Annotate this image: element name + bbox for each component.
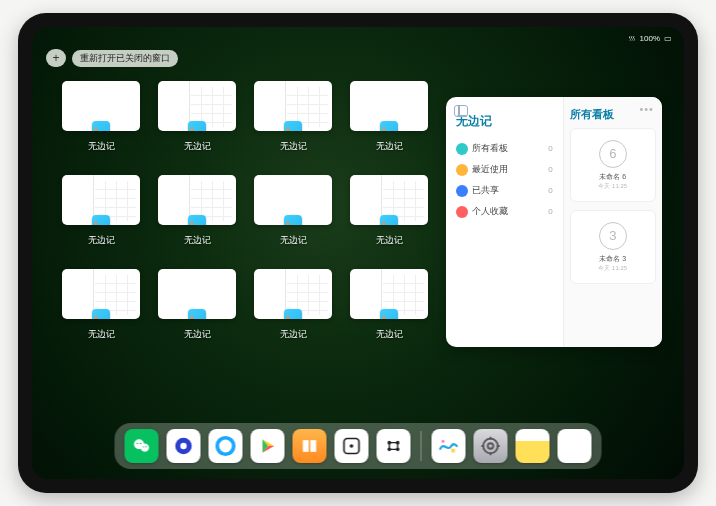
window-thumbnail[interactable]	[254, 175, 332, 225]
window-thumbnail[interactable]	[62, 269, 140, 319]
window-thumbnail[interactable]	[158, 81, 236, 131]
svg-point-3	[140, 443, 142, 445]
dock-quark-icon[interactable]	[167, 429, 201, 463]
dock-wechat-icon[interactable]	[125, 429, 159, 463]
sidebar-item[interactable]: 个人收藏0	[454, 201, 555, 222]
svg-point-4	[143, 446, 144, 447]
window-thumbnail[interactable]	[62, 175, 140, 225]
svg-point-5	[145, 446, 146, 447]
sidebar-item-count: 0	[548, 207, 552, 216]
svg-point-2	[137, 443, 139, 445]
wifi-icon: ᯾	[628, 34, 636, 43]
app-window[interactable]: 无边记	[254, 175, 332, 247]
dock-freeform-icon[interactable]	[432, 429, 466, 463]
app-window[interactable]: 无边记	[62, 269, 140, 341]
sidebar-item-label: 最近使用	[472, 163, 508, 176]
app-window[interactable]: 无边记	[158, 175, 236, 247]
battery-label: 100%	[640, 34, 660, 43]
svg-point-7	[180, 443, 186, 449]
sidebar-item[interactable]: 已共享0	[454, 180, 555, 201]
freeform-app-icon	[380, 121, 398, 131]
freeform-app-icon	[284, 309, 302, 319]
svg-rect-16	[451, 449, 455, 453]
svg-point-15	[442, 440, 445, 443]
category-icon	[456, 206, 468, 218]
category-icon	[456, 143, 468, 155]
window-label: 无边记	[88, 328, 115, 341]
dock-notes-icon[interactable]	[516, 429, 550, 463]
dock-die-icon[interactable]	[335, 429, 369, 463]
app-window[interactable]: 无边记	[62, 175, 140, 247]
sidebar-toggle-icon[interactable]	[454, 105, 468, 117]
freeform-app-icon	[284, 215, 302, 225]
window-thumbnail[interactable]	[350, 269, 428, 319]
board-preview: 3	[599, 222, 627, 250]
board-preview: 6	[599, 140, 627, 168]
svg-point-8	[217, 438, 234, 455]
new-window-button[interactable]: +	[46, 49, 66, 67]
app-window[interactable]: 无边记	[62, 81, 140, 153]
window-label: 无边记	[376, 328, 403, 341]
app-window[interactable]: 无边记	[158, 81, 236, 153]
app-window[interactable]: 无边记	[254, 81, 332, 153]
board-thumbnail[interactable]: 6未命名 6今天 11:25	[570, 128, 656, 202]
freeform-app-icon	[92, 309, 110, 319]
window-label: 无边记	[88, 234, 115, 247]
category-icon	[456, 185, 468, 197]
window-label: 无边记	[376, 234, 403, 247]
category-icon	[456, 164, 468, 176]
app-window[interactable]: 无边记	[350, 269, 428, 341]
window-thumbnail[interactable]	[62, 81, 140, 131]
dock-recent-apps-icon[interactable]	[558, 429, 592, 463]
dock-qqbrowser-icon[interactable]	[209, 429, 243, 463]
app-window[interactable]: 无边记	[254, 269, 332, 341]
app-window[interactable]: 无边记	[350, 175, 428, 247]
window-thumbnail[interactable]	[158, 175, 236, 225]
window-label: 无边记	[376, 140, 403, 153]
dock-books-icon[interactable]	[293, 429, 327, 463]
board-name: 未命名 3	[599, 254, 626, 264]
board-name: 未命名 6	[599, 172, 626, 182]
dock-hex-icon[interactable]	[377, 429, 411, 463]
window-thumbnail[interactable]	[254, 81, 332, 131]
window-thumbnail[interactable]	[350, 81, 428, 131]
freeform-panel[interactable]: 无边记 所有看板0最近使用0已共享0个人收藏0 ••• 所有看板 6未命名 6今…	[446, 97, 662, 347]
window-label: 无边记	[280, 140, 307, 153]
dock-settings-icon[interactable]	[474, 429, 508, 463]
window-thumbnail[interactable]	[254, 269, 332, 319]
status-bar: ᯾ 100% ▭	[32, 31, 684, 45]
panel-sidebar: 无边记 所有看板0最近使用0已共享0个人收藏0	[446, 97, 563, 347]
top-controls: + 重新打开已关闭的窗口	[46, 49, 178, 67]
freeform-app-icon	[188, 215, 206, 225]
dock-play-icon[interactable]	[251, 429, 285, 463]
svg-point-18	[488, 443, 494, 449]
panel-content: ••• 所有看板 6未命名 6今天 11:253未命名 3今天 11:25	[563, 97, 662, 347]
window-thumbnail[interactable]	[350, 175, 428, 225]
sidebar-item[interactable]: 最近使用0	[454, 159, 555, 180]
sidebar-item[interactable]: 所有看板0	[454, 138, 555, 159]
freeform-app-icon	[92, 121, 110, 131]
window-label: 无边记	[88, 140, 115, 153]
window-label: 无边记	[184, 328, 211, 341]
sidebar-item-label: 个人收藏	[472, 205, 508, 218]
freeform-app-icon	[188, 309, 206, 319]
more-icon[interactable]: •••	[639, 103, 654, 115]
sidebar-item-label: 已共享	[472, 184, 499, 197]
ipad-screen: ᯾ 100% ▭ + 重新打开已关闭的窗口 无边记无边记无边记无边记无边记无边记…	[32, 27, 684, 479]
app-window[interactable]: 无边记	[350, 81, 428, 153]
app-switcher-grid: 无边记无边记无边记无边记无边记无边记无边记无边记无边记无边记无边记无边记	[62, 81, 432, 341]
window-thumbnail[interactable]	[158, 269, 236, 319]
reopen-closed-button[interactable]: 重新打开已关闭的窗口	[72, 50, 178, 67]
window-label: 无边记	[280, 234, 307, 247]
window-label: 无边记	[184, 140, 211, 153]
board-thumbnail[interactable]: 3未命名 3今天 11:25	[570, 210, 656, 284]
svg-point-1	[141, 444, 149, 452]
battery-icon: ▭	[664, 34, 672, 43]
board-time: 今天 11:25	[598, 264, 627, 273]
freeform-app-icon	[380, 309, 398, 319]
window-label: 无边记	[184, 234, 211, 247]
freeform-app-icon	[284, 121, 302, 131]
app-window[interactable]: 无边记	[158, 269, 236, 341]
panel-app-title: 无边记	[456, 113, 555, 130]
sidebar-item-count: 0	[548, 186, 552, 195]
